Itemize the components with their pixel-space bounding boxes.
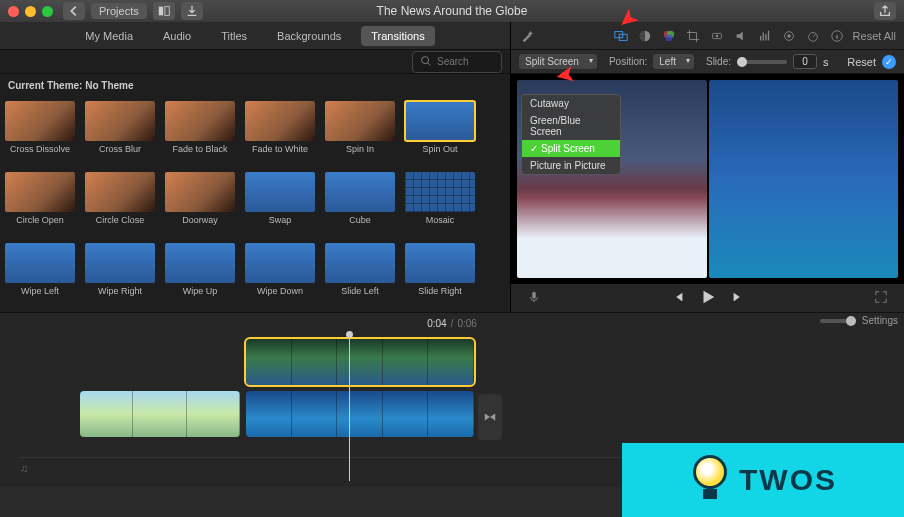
back-button[interactable] <box>63 2 85 20</box>
transition-item[interactable]: Slide Left <box>324 243 396 308</box>
playhead[interactable] <box>349 333 350 481</box>
reset-all-button[interactable]: Reset All <box>853 30 896 42</box>
close-window-button[interactable] <box>8 6 19 17</box>
search-input[interactable] <box>437 56 497 67</box>
transition-thumb <box>405 172 475 212</box>
search-row <box>0 50 510 74</box>
overlay-option-pip[interactable]: Picture in Picture <box>522 157 620 174</box>
transition-item[interactable]: Wipe Down <box>244 243 316 308</box>
search-icon <box>419 54 433 70</box>
transition-item[interactable]: Fade to Black <box>164 101 236 166</box>
transition-item[interactable]: Fade to White <box>244 101 316 166</box>
transition-item[interactable]: Swap <box>244 172 316 237</box>
crop-icon[interactable] <box>685 28 701 44</box>
transition-item[interactable]: Cross Blur <box>84 101 156 166</box>
playback-controls <box>511 284 904 312</box>
transition-item[interactable]: Doorway <box>164 172 236 237</box>
reset-button[interactable]: Reset <box>847 56 876 68</box>
position-dropdown[interactable]: Left <box>653 54 694 69</box>
transition-thumb <box>85 243 155 283</box>
music-note-icon: ♫ <box>20 462 28 474</box>
play-button[interactable] <box>699 288 717 308</box>
tab-audio[interactable]: Audio <box>153 26 201 46</box>
transition-item[interactable]: Cube <box>324 172 396 237</box>
overlay-option-greenscreen[interactable]: Green/Blue Screen <box>522 112 620 140</box>
slide-unit: s <box>823 56 829 68</box>
minimize-window-button[interactable] <box>25 6 36 17</box>
info-icon[interactable] <box>829 28 845 44</box>
overlay-option-splitscreen[interactable]: ✓Split Screen <box>522 140 620 157</box>
clip-aurora[interactable] <box>246 339 474 385</box>
svg-rect-0 <box>159 7 163 16</box>
volume-icon[interactable] <box>733 28 749 44</box>
stabilization-icon[interactable] <box>709 28 725 44</box>
svg-point-8 <box>665 34 672 41</box>
transition-item[interactable]: Spin In <box>324 101 396 166</box>
transition-item[interactable]: Wipe Left <box>4 243 76 308</box>
equalizer-icon[interactable] <box>757 28 773 44</box>
transition-label: Circle Close <box>96 215 145 225</box>
transition-label: Circle Open <box>16 215 64 225</box>
color-balance-icon[interactable] <box>637 28 653 44</box>
transition-label: Cross Blur <box>99 144 141 154</box>
playhead-time: 0:04 <box>427 318 446 329</box>
share-button[interactable] <box>874 2 896 20</box>
enhance-icon[interactable] <box>519 28 535 44</box>
transition-item[interactable]: Spin Out <box>404 101 476 166</box>
slide-slider[interactable] <box>737 60 787 64</box>
transition-item[interactable]: Slide Right <box>404 243 476 308</box>
transition-item[interactable]: Wipe Up <box>164 243 236 308</box>
noise-reduction-icon[interactable] <box>781 28 797 44</box>
transition-label: Cross Dissolve <box>10 144 70 154</box>
transition-item[interactable]: Circle Close <box>84 172 156 237</box>
fullscreen-icon[interactable] <box>874 290 888 306</box>
twos-text: TWOS <box>739 463 837 497</box>
transition-thumb <box>245 101 315 141</box>
transition-thumb <box>325 172 395 212</box>
library-toggle-button[interactable] <box>153 2 175 20</box>
tab-backgrounds[interactable]: Backgrounds <box>267 26 351 46</box>
settings-button[interactable]: Settings <box>862 315 898 326</box>
transition-item[interactable]: Mosaic <box>404 172 476 237</box>
clip-worldmap[interactable] <box>80 391 240 437</box>
transition-item[interactable]: Cross Dissolve <box>4 101 76 166</box>
window-title: The News Around the Globe <box>377 4 528 18</box>
transition-thumb <box>165 172 235 212</box>
timeline-zoom-slider[interactable] <box>820 319 856 323</box>
transition-label: Wipe Down <box>257 286 303 296</box>
search-box[interactable] <box>412 51 502 73</box>
clip-waterfall[interactable] <box>246 391 474 437</box>
position-label: Position: <box>609 56 647 67</box>
transition-label: Slide Left <box>341 286 379 296</box>
projects-button[interactable]: Projects <box>91 3 147 19</box>
tab-titles[interactable]: Titles <box>211 26 257 46</box>
transition-label: Spin Out <box>422 144 457 154</box>
slide-value[interactable]: 0 <box>793 54 817 69</box>
tab-transitions[interactable]: Transitions <box>361 26 434 46</box>
transition-thumb <box>85 172 155 212</box>
transition-label: Swap <box>269 215 292 225</box>
svg-point-12 <box>787 34 791 38</box>
color-correction-icon[interactable] <box>661 28 677 44</box>
maximize-window-button[interactable] <box>42 6 53 17</box>
apply-check-icon[interactable]: ✓ <box>882 55 896 69</box>
transition-badge[interactable] <box>478 394 502 440</box>
transition-thumb <box>85 101 155 141</box>
transition-item[interactable]: Wipe Right <box>84 243 156 308</box>
speed-icon[interactable] <box>805 28 821 44</box>
transition-thumb <box>405 243 475 283</box>
overlay-option-cutaway[interactable]: Cutaway <box>522 95 620 112</box>
theme-label: Current Theme: No Theme <box>0 74 510 97</box>
next-button[interactable] <box>731 290 745 306</box>
transition-thumb <box>5 172 75 212</box>
prev-button[interactable] <box>671 290 685 306</box>
viewer-right-half[interactable] <box>709 80 899 278</box>
viewer: Cutaway Green/Blue Screen ✓Split Screen … <box>511 74 904 284</box>
transition-thumb <box>325 243 395 283</box>
import-button[interactable] <box>181 2 203 20</box>
voiceover-icon[interactable] <box>527 290 541 306</box>
tab-my-media[interactable]: My Media <box>75 26 143 46</box>
viewer-left-half[interactable]: Cutaway Green/Blue Screen ✓Split Screen … <box>517 80 707 278</box>
svg-rect-1 <box>165 7 169 16</box>
transition-item[interactable]: Circle Open <box>4 172 76 237</box>
